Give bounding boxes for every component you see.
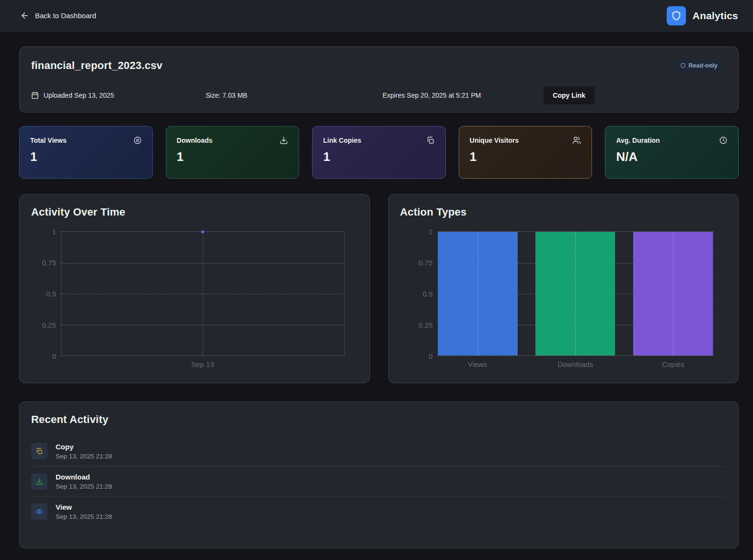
x-tick-label: Sep 13 [191, 360, 214, 368]
activity-item-view: View Sep 13, 2025 21:28 [31, 497, 727, 526]
y-tick-label: 0.5 [423, 290, 433, 298]
copy-link-button[interactable]: Copy Link [544, 86, 594, 104]
eye-icon [31, 503, 47, 520]
download-icon [31, 473, 47, 490]
activity-timestamp: Sep 13, 2025 21:28 [56, 483, 112, 490]
x-tick-label: Copies [662, 360, 684, 368]
app-title: Analytics [693, 10, 738, 22]
activity-action: View [56, 503, 112, 511]
x-tick-label: Downloads [557, 360, 593, 368]
y-tick-label: 0.75 [42, 259, 56, 267]
readonly-label: Read-only [689, 62, 718, 69]
stat-card-avg-duration: Avg. Duration N/A [605, 126, 739, 179]
gridline-vertical [478, 232, 478, 355]
stat-label: Downloads [177, 137, 213, 144]
y-tick-label: 0 [52, 352, 56, 360]
uploaded-text: Uploaded Sep 13, 2025 [44, 91, 114, 99]
shield-icon [680, 63, 686, 69]
stat-label: Unique Visitors [470, 137, 519, 144]
uploaded-meta: Uploaded Sep 13, 2025 [31, 91, 206, 99]
shield-logo-icon [667, 6, 686, 25]
activity-data-point [201, 230, 204, 233]
activity-action: Download [56, 473, 112, 481]
clock-icon [719, 136, 728, 145]
stat-label: Avg. Duration [616, 137, 660, 144]
stats-row: Total Views 1 Downloads 1 Link Copies [19, 126, 739, 179]
activity-timestamp: Sep 13, 2025 21:28 [56, 513, 112, 520]
y-tick-label: 0.75 [418, 259, 432, 267]
users-icon [572, 136, 581, 145]
activity-timestamp: Sep 13, 2025 21:28 [56, 453, 112, 460]
stat-value: N/A [616, 149, 728, 164]
file-info-card: financial_report_2023.csv Uploaded Sep 1… [19, 46, 739, 113]
stat-label: Link Copies [323, 137, 361, 144]
page-content: financial_report_2023.csv Uploaded Sep 1… [0, 32, 753, 549]
copy-icon [31, 443, 47, 459]
charts-row: Activity Over Time 1 0.75 0.5 0.25 0 Sep… [19, 194, 739, 383]
stat-card-unique-visitors: Unique Visitors 1 [459, 126, 592, 179]
expires-text: Expires Sep 20, 2025 at 5:21 PM [382, 91, 544, 99]
activity-chart-plot: 1 0.75 0.5 0.25 0 Sep 13 [61, 231, 345, 356]
action-types-chart-card: Action Types 1 0.75 0.5 [388, 194, 739, 383]
copy-icon [426, 136, 435, 145]
activity-over-time-chart-card: Activity Over Time 1 0.75 0.5 0.25 0 Sep… [19, 194, 370, 383]
stat-card-downloads: Downloads 1 [166, 126, 300, 179]
activity-action: Copy [56, 443, 112, 451]
file-meta-row: Uploaded Sep 13, 2025 Size: 7.03 MB Expi… [31, 86, 727, 104]
plot-area [438, 231, 714, 356]
file-size-text: Size: 7.03 MB [206, 91, 382, 99]
arrow-left-icon [20, 11, 29, 20]
y-tick-label: 0.5 [46, 290, 56, 298]
stat-value: 1 [30, 149, 142, 164]
activity-item-download: Download Sep 13, 2025 21:28 [31, 467, 727, 497]
top-navigation-bar: Back to Dashboard Analytics [0, 0, 753, 32]
back-to-dashboard-button[interactable]: Back to Dashboard [20, 11, 96, 20]
gridline-vertical [673, 232, 673, 355]
action-types-plot: 1 0.75 0.5 0.25 0 Views Downloads Copies [438, 231, 714, 356]
y-tick-label: 1 [429, 228, 432, 236]
stat-card-total-views: Total Views 1 [19, 126, 153, 179]
chart-title: Activity Over Time [31, 206, 358, 218]
recent-activity-card: Recent Activity Copy Sep 13, 2025 21:28 … [19, 401, 739, 549]
gridline-vertical [575, 232, 576, 355]
stat-value: 1 [470, 149, 581, 164]
y-tick-label: 1 [52, 228, 56, 236]
recent-activity-list: Copy Sep 13, 2025 21:28 Download Sep 13,… [31, 436, 727, 526]
stat-label: Total Views [30, 137, 67, 144]
activity-item-copy: Copy Sep 13, 2025 21:28 [31, 436, 727, 467]
chart-title: Action Types [400, 206, 727, 218]
calendar-icon [31, 91, 39, 99]
stat-value: 1 [177, 149, 289, 164]
x-tick-label: Views [468, 360, 487, 368]
download-icon [279, 136, 288, 145]
y-tick-label: 0 [429, 352, 432, 360]
eye-icon [133, 136, 142, 145]
back-to-dashboard-label: Back to Dashboard [35, 11, 96, 20]
app-brand: Analytics [667, 6, 738, 25]
plot-area [61, 231, 345, 356]
y-tick-label: 0.25 [418, 321, 432, 329]
stat-value: 1 [323, 149, 435, 164]
recent-activity-title: Recent Activity [31, 413, 727, 426]
file-name: financial_report_2023.csv [31, 59, 727, 72]
y-tick-label: 0.25 [42, 321, 56, 329]
stat-card-link-copies: Link Copies 1 [312, 126, 446, 179]
readonly-badge: Read-only [674, 59, 724, 72]
gridline-vertical [203, 232, 203, 355]
